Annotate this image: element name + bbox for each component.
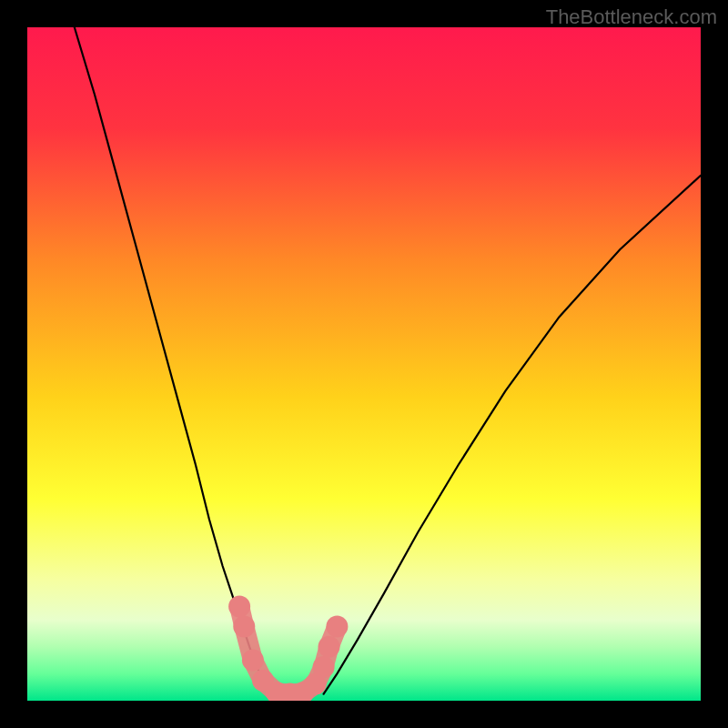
marker-dot — [242, 650, 264, 672]
marker-dot — [233, 616, 255, 638]
watermark-text: TheBottleneck.com — [546, 5, 717, 29]
right-curve — [324, 176, 701, 694]
chart-curves-layer — [27, 27, 701, 701]
chart-plot-area — [27, 27, 701, 701]
left-curve — [75, 27, 270, 694]
marker-dot — [318, 636, 340, 658]
marker-dot — [313, 656, 335, 678]
marker-dot — [228, 595, 250, 617]
marker-dot — [326, 616, 348, 638]
